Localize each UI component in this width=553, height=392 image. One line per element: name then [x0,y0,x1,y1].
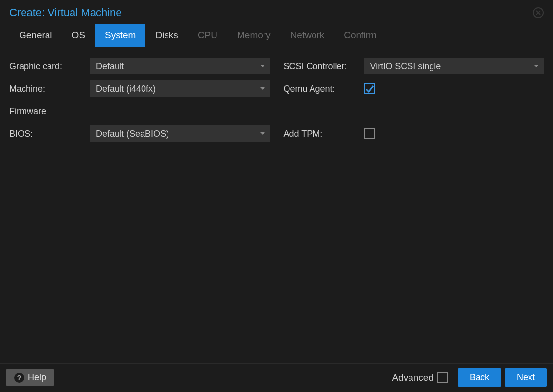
back-button[interactable]: Back [458,368,501,387]
scsi-select[interactable]: VirtIO SCSI single [364,58,544,74]
chevron-down-icon [259,63,266,70]
title-bar: Create: Virtual Machine [0,0,553,24]
spacer-row [284,103,544,120]
advanced-checkbox[interactable] [437,372,448,383]
machine-value: Default (i440fx) [96,84,156,94]
qemu-agent-label: Qemu Agent: [284,84,364,94]
help-icon: ? [14,373,24,383]
graphic-card-select[interactable]: Default [90,58,270,74]
bios-row: BIOS: Default (SeaBIOS) [9,125,270,142]
tab-system[interactable]: System [95,24,145,47]
right-column: SCSI Controller: VirtIO SCSI single Qemu… [284,58,544,352]
bios-select[interactable]: Default (SeaBIOS) [90,125,270,142]
machine-select[interactable]: Default (i440fx) [90,80,270,97]
qemu-agent-checkbox[interactable] [364,83,375,94]
add-tpm-checkbox[interactable] [364,128,375,139]
scsi-value: VirtIO SCSI single [370,61,441,72]
tab-general[interactable]: General [9,24,62,47]
machine-row: Machine: Default (i440fx) [9,80,270,97]
left-column: Graphic card: Default Machine: Default (… [9,58,270,352]
add-tpm-row: Add TPM: [284,125,544,142]
tab-network: Network [281,24,335,47]
scsi-row: SCSI Controller: VirtIO SCSI single [284,58,544,74]
chevron-down-icon [259,85,266,92]
tab-memory: Memory [227,24,281,47]
tab-cpu: CPU [188,24,227,47]
system-panel: Graphic card: Default Machine: Default (… [0,47,553,363]
graphic-card-value: Default [96,61,124,72]
graphic-card-label: Graphic card: [9,61,90,72]
chevron-down-icon [533,63,540,70]
tab-disks[interactable]: Disks [145,24,188,47]
graphic-card-row: Graphic card: Default [9,58,270,74]
advanced-label: Advanced [392,372,433,383]
dialog-title: Create: Virtual Machine [9,6,122,19]
wizard-tabs: General OS System Disks CPU Memory Netwo… [0,24,553,47]
tab-os[interactable]: OS [62,24,95,47]
firmware-header: Firmware [9,103,270,120]
advanced-toggle[interactable]: Advanced [392,372,448,383]
scsi-label: SCSI Controller: [284,61,364,72]
close-icon[interactable] [533,7,544,18]
tab-confirm: Confirm [334,24,386,47]
chevron-down-icon [259,130,266,137]
help-button[interactable]: ? Help [6,369,54,386]
next-button[interactable]: Next [505,368,547,387]
bios-label: BIOS: [9,129,90,139]
help-label: Help [28,372,46,383]
qemu-agent-row: Qemu Agent: [284,80,544,97]
bios-value: Default (SeaBIOS) [96,129,169,139]
add-tpm-label: Add TPM: [284,129,364,139]
dialog-footer: ? Help Advanced Back Next [0,363,553,392]
create-vm-dialog: Create: Virtual Machine General OS Syste… [0,0,553,392]
machine-label: Machine: [9,84,90,94]
